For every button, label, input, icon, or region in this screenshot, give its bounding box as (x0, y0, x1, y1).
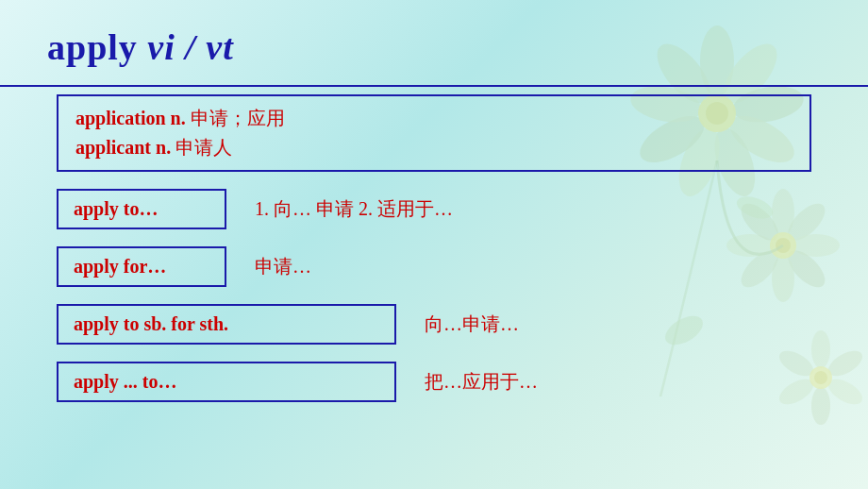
title-area: apply vi / vt (47, 26, 868, 68)
phrase-label-3: apply ... to… (74, 371, 176, 392)
svg-point-25 (825, 374, 867, 409)
phrase-label-0: apply to… (74, 198, 158, 219)
application-keyword: application n. (75, 108, 186, 128)
phrase-def-1: 申请… (255, 254, 311, 279)
phrase-box-1: apply for… (57, 246, 226, 287)
title-divider (0, 85, 868, 87)
page-title: apply vi / vt (47, 26, 868, 68)
svg-point-23 (811, 330, 830, 368)
applicant-def: 申请人 (171, 137, 232, 158)
content-area: application n. 申请；应用 applicant n. 申请人 ap… (57, 94, 811, 419)
derivation-line-2: applicant n. 申请人 (75, 135, 793, 160)
phrase-box-3: apply ... to… (57, 362, 396, 402)
svg-point-24 (825, 346, 867, 380)
phrase-box-0: apply to… (57, 189, 226, 229)
title-word: apply (47, 27, 138, 67)
svg-point-30 (814, 371, 827, 384)
phrase-box-2: apply to sb. for sth. (57, 304, 396, 345)
phrase-label-1: apply for… (74, 256, 166, 277)
application-def: 申请；应用 (186, 108, 285, 128)
phrase-row-2: apply to sb. for sth. 向…申请… (57, 304, 811, 345)
phrase-def-3: 把…应用于… (425, 369, 538, 395)
phrase-def-0: 1. 向… 申请 2. 适用于… (255, 196, 453, 222)
derivation-line-1: application n. 申请；应用 (75, 106, 793, 131)
derivation-box: application n. 申请；应用 applicant n. 申请人 (57, 94, 811, 172)
phrase-row-3: apply ... to… 把…应用于… (57, 362, 811, 402)
phrase-row-0: apply to… 1. 向… 申请 2. 适用于… (57, 189, 811, 229)
title-pos: vi / vt (147, 27, 233, 67)
phrase-row-1: apply for… 申请… (57, 246, 811, 287)
phrase-label-2: apply to sb. for sth. (74, 313, 228, 334)
applicant-keyword: applicant n. (75, 137, 171, 158)
svg-point-29 (810, 366, 832, 389)
phrase-def-2: 向…申请… (425, 312, 519, 337)
svg-point-26 (811, 387, 830, 425)
